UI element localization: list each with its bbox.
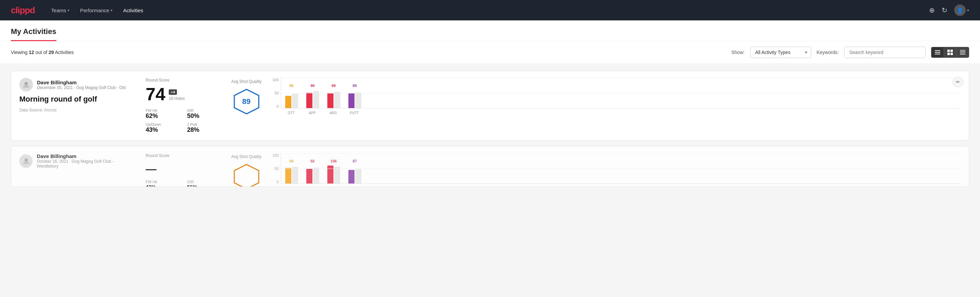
user-name: Dave Billingham — [37, 80, 126, 85]
user-date: October 16, 2021 · Gog Magog Golf Club -… — [37, 159, 135, 169]
bar-bg — [292, 94, 298, 108]
bar-ott: 94 — [285, 159, 298, 184]
user-info: Dave Billingham December 05, 2021 · Gog … — [37, 80, 126, 90]
bar-label-putt: PUTT — [348, 111, 361, 115]
svg-point-11 — [24, 82, 28, 85]
stat-item: Up/Down 43% — [146, 122, 179, 134]
navbar-right: ⊕ ↻ 👤 ▾ — [929, 5, 969, 16]
avatar — [19, 78, 33, 91]
stat-grid: FW Hit 43% GIR 56% — [146, 180, 220, 187]
search-input[interactable] — [844, 46, 926, 58]
add-icon[interactable]: ⊕ — [929, 6, 935, 14]
hexagon: 89 — [233, 88, 260, 115]
user-name: Dave Billingham — [37, 153, 135, 159]
svg-rect-4 — [950, 50, 953, 52]
view-toggle — [931, 47, 969, 58]
activity-type-select[interactable]: All Activity Types — [750, 46, 811, 58]
bar-putt: 87 — [348, 159, 361, 184]
page-header: My Activities — [0, 21, 980, 41]
card-stats: Round Score — FW Hit 43% GIR 56% — [146, 153, 220, 187]
activities-list: Dave Billingham December 05, 2021 · Gog … — [0, 64, 980, 194]
logo[interactable]: clippd — [11, 5, 35, 16]
bar-chart: 100 50 0 94 — [272, 153, 961, 187]
list-view-button[interactable] — [931, 47, 943, 57]
data-source: Data Source: Arccos — [19, 108, 135, 112]
refresh-icon[interactable]: ↻ — [942, 6, 947, 14]
activity-type-select-wrapper: All Activity Types ▾ — [750, 46, 811, 58]
filter-bar: Viewing 12 out of 29 Activities Show: Al… — [0, 41, 980, 64]
user-date: December 05, 2021 · Gog Magog Golf Club … — [37, 85, 126, 90]
round-score-label: Round Score — [146, 78, 220, 83]
grid-view-button[interactable] — [943, 47, 956, 57]
round-score-value: — — [146, 161, 156, 174]
chevron-down-icon: ▾ — [68, 8, 69, 12]
svg-point-13 — [24, 158, 28, 162]
svg-rect-10 — [960, 54, 966, 55]
stat-grid: FW Hit 62% GIR 50% Up/Down 43% 1 Putt 28… — [146, 109, 220, 134]
user-row: Dave Billingham October 16, 2021 · Gog M… — [19, 153, 135, 169]
user-menu[interactable]: 👤 ▾ — [954, 5, 969, 16]
chart-y-labels: 100 50 0 — [272, 153, 280, 184]
chart-y-labels: 100 50 0 — [272, 78, 280, 109]
round-score-label: Round Score — [146, 153, 220, 158]
bar-app: 90 — [306, 84, 319, 108]
svg-rect-2 — [935, 54, 940, 54]
svg-rect-0 — [935, 50, 940, 51]
stat-item: FW Hit 43% — [146, 180, 179, 187]
bar-label-arg: ARG — [327, 111, 340, 115]
holes-text: 18 Holes — [169, 96, 185, 101]
activity-title: Morning round of golf — [19, 95, 135, 104]
bar-fill — [285, 96, 291, 108]
avg-shot-quality-label: Avg Shot Quality — [231, 79, 261, 84]
avg-shot-quality-label: Avg Shot Quality — [231, 154, 261, 159]
stat-item: GIR 56% — [187, 180, 220, 187]
card-left: Dave Billingham October 16, 2021 · Gog M… — [19, 153, 135, 172]
score-badge-col: +4 18 Holes — [169, 89, 185, 103]
round-score-row: 74 +4 18 Holes — [146, 85, 220, 103]
bar-label-app: APP — [306, 111, 319, 115]
nav-activities[interactable]: Activities — [123, 5, 143, 16]
card-quality: Avg Shot Quality 89 100 50 0 — [231, 78, 961, 116]
round-score-value: 74 — [146, 85, 165, 103]
user-row: Dave Billingham December 05, 2021 · Gog … — [19, 78, 135, 91]
stat-item: FW Hit 62% — [146, 109, 179, 120]
navbar: clippd Teams ▾ Performance ▾ Activities … — [0, 0, 980, 21]
stat-item: 1 Putt 28% — [187, 122, 220, 134]
svg-rect-9 — [960, 53, 966, 53]
svg-rect-8 — [960, 51, 966, 52]
hexagon — [233, 163, 260, 187]
avatar — [19, 154, 33, 168]
nav-teams[interactable]: Teams ▾ — [51, 5, 69, 16]
bar-arg: 89 — [327, 84, 340, 108]
bar-app: 92 — [306, 159, 319, 184]
hexagon-wrapper: Avg Shot Quality — [231, 154, 261, 187]
nav-performance[interactable]: Performance ▾ — [80, 5, 112, 16]
keywords-label: Keywords: — [817, 50, 839, 55]
chevron-down-icon: ▾ — [111, 8, 112, 12]
bar-fill — [348, 93, 355, 108]
card-quality: Avg Shot Quality 100 50 0 — [231, 153, 961, 187]
round-score-row: — — [146, 161, 220, 174]
bar-fill — [327, 93, 334, 108]
compact-view-button[interactable] — [956, 47, 969, 57]
svg-rect-1 — [935, 52, 940, 53]
chevron-down-icon: ▾ — [967, 8, 969, 13]
bar-label-ott: OTT — [285, 111, 298, 115]
viewing-total: 29 — [49, 50, 54, 55]
card-stats: Round Score 74 +4 18 Holes FW Hit 62% GI… — [146, 78, 220, 134]
page-title: My Activities — [11, 21, 56, 41]
user-info: Dave Billingham October 16, 2021 · Gog M… — [37, 153, 135, 169]
bar-fill — [306, 93, 312, 108]
viewing-count-text: Viewing 12 out of 29 Activities — [11, 50, 726, 55]
card-left: Dave Billingham December 05, 2021 · Gog … — [19, 78, 135, 112]
bar-bg — [355, 93, 361, 108]
svg-rect-7 — [960, 50, 966, 51]
edit-button[interactable]: ✏ — [953, 77, 963, 87]
overall-score: 89 — [242, 97, 250, 106]
stat-item: GIR 50% — [187, 109, 220, 120]
bar-arg: 106 — [327, 159, 340, 184]
show-label: Show: — [732, 50, 745, 55]
avatar: 👤 — [954, 5, 966, 16]
activity-card: Dave Billingham October 16, 2021 · Gog M… — [11, 146, 969, 187]
bar-chart: 100 50 0 85 — [272, 78, 961, 116]
